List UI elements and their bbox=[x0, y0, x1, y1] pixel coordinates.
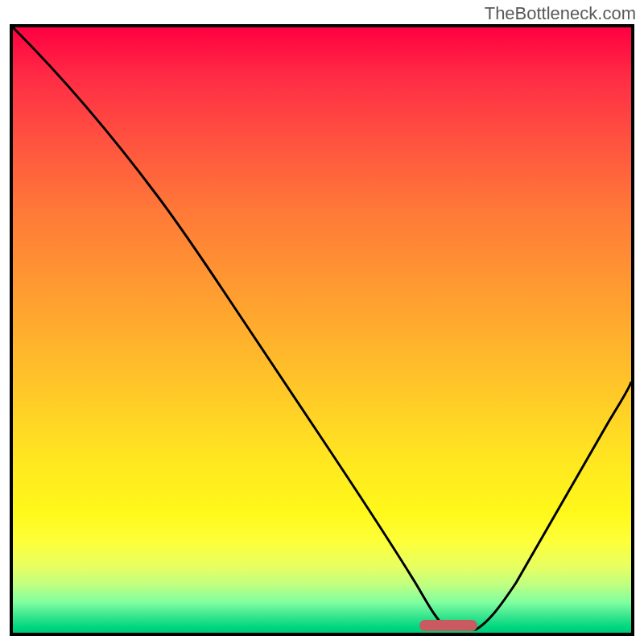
chart-container: TheBottleneck.com bbox=[0, 0, 644, 644]
curve-plot bbox=[13, 27, 631, 633]
chart-frame bbox=[10, 24, 634, 636]
bottleneck-curve-path bbox=[13, 27, 631, 630]
watermark-text: TheBottleneck.com bbox=[485, 3, 636, 24]
optimal-marker bbox=[419, 620, 477, 631]
